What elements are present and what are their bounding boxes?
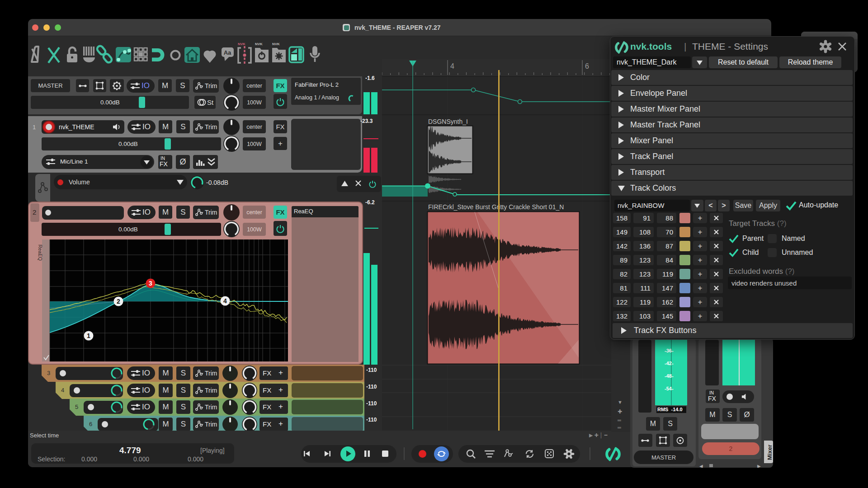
- svg-text:3: 3: [149, 280, 152, 287]
- svg-text:1: 1: [87, 332, 90, 339]
- svg-text:2: 2: [117, 298, 120, 305]
- svg-text:4: 4: [223, 297, 227, 305]
